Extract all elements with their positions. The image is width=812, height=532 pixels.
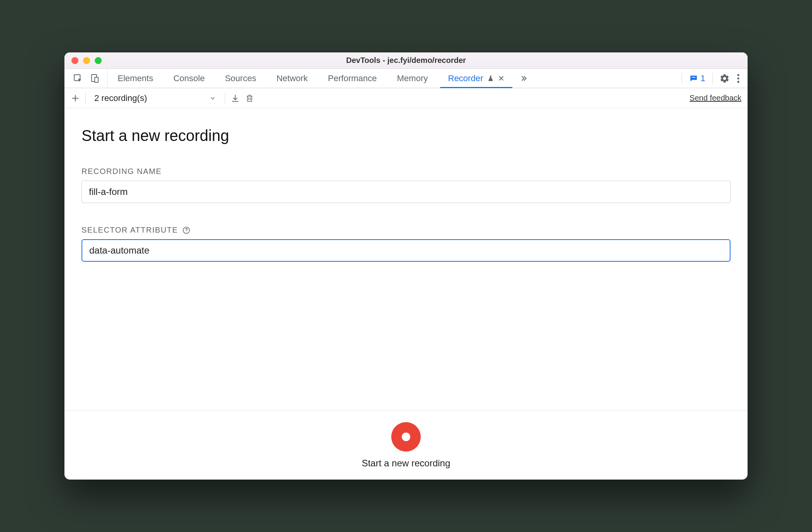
svg-point-4 bbox=[737, 74, 739, 76]
delete-trash-icon[interactable] bbox=[245, 94, 254, 103]
traffic-lights bbox=[64, 57, 102, 64]
help-icon[interactable] bbox=[182, 226, 191, 235]
svg-rect-7 bbox=[247, 96, 252, 101]
divider bbox=[682, 73, 682, 84]
tabstrip: Elements Console Sources Network Perform… bbox=[64, 69, 748, 88]
tab-elements[interactable]: Elements bbox=[108, 69, 163, 88]
tab-label: Recorder bbox=[448, 73, 483, 83]
svg-point-5 bbox=[737, 77, 739, 79]
zoom-window-button[interactable] bbox=[95, 57, 102, 64]
close-tab-icon[interactable]: ✕ bbox=[498, 74, 505, 83]
issues-icon bbox=[689, 74, 698, 83]
divider bbox=[712, 73, 713, 84]
settings-gear-icon[interactable] bbox=[720, 73, 730, 83]
label-text: RECORDING NAME bbox=[82, 167, 162, 176]
svg-point-6 bbox=[737, 81, 739, 83]
divider bbox=[85, 93, 86, 104]
issues-count: 1 bbox=[701, 73, 705, 83]
recording-name-field: RECORDING NAME bbox=[82, 167, 730, 203]
tab-label: Elements bbox=[118, 73, 153, 83]
chevron-down-icon bbox=[209, 95, 216, 102]
tab-label: Performance bbox=[328, 73, 377, 83]
inspect-element-icon[interactable] bbox=[73, 73, 83, 83]
more-vert-icon[interactable] bbox=[737, 73, 740, 83]
tab-label: Network bbox=[276, 73, 308, 83]
device-toolbar-icon[interactable] bbox=[90, 73, 99, 83]
tab-network[interactable]: Network bbox=[266, 69, 318, 88]
recordings-dropdown[interactable]: 2 recording(s) bbox=[91, 92, 219, 105]
svg-point-9 bbox=[186, 231, 187, 232]
chevron-double-right-icon bbox=[519, 74, 528, 83]
recorder-toolbar: 2 recording(s) Send feedback bbox=[64, 88, 748, 108]
devtools-window: DevTools - jec.fyi/demo/recorder Element… bbox=[64, 52, 748, 480]
recorder-content: Start a new recording RECORDING NAME SEL… bbox=[64, 108, 748, 410]
svg-rect-2 bbox=[95, 77, 98, 82]
selector-attribute-label: SELECTOR ATTRIBUTE bbox=[82, 226, 730, 235]
export-download-icon[interactable] bbox=[231, 94, 240, 103]
selector-attribute-input[interactable] bbox=[82, 239, 730, 262]
minimize-window-button[interactable] bbox=[83, 57, 90, 64]
divider bbox=[225, 93, 225, 104]
window-title: DevTools - jec.fyi/demo/recorder bbox=[64, 56, 748, 65]
send-feedback-link[interactable]: Send feedback bbox=[690, 94, 741, 103]
selector-attribute-field: SELECTOR ATTRIBUTE bbox=[82, 226, 730, 262]
tab-performance[interactable]: Performance bbox=[318, 69, 387, 88]
dropdown-label: 2 recording(s) bbox=[94, 93, 147, 103]
recording-name-input[interactable] bbox=[82, 181, 730, 203]
record-dot-icon bbox=[402, 433, 410, 441]
new-recording-icon[interactable] bbox=[71, 94, 80, 103]
panel-tabs: Elements Console Sources Network Perform… bbox=[108, 69, 533, 88]
titlebar: DevTools - jec.fyi/demo/recorder bbox=[64, 52, 748, 69]
tab-console[interactable]: Console bbox=[163, 69, 215, 88]
tab-sources[interactable]: Sources bbox=[215, 69, 266, 88]
close-window-button[interactable] bbox=[71, 57, 78, 64]
start-recording-button[interactable] bbox=[391, 422, 421, 452]
tab-label: Sources bbox=[225, 73, 256, 83]
page-title: Start a new recording bbox=[82, 127, 730, 144]
tab-recorder[interactable]: Recorder ✕ bbox=[438, 69, 514, 88]
tab-label: Memory bbox=[397, 73, 428, 83]
tab-memory[interactable]: Memory bbox=[387, 69, 438, 88]
recording-name-label: RECORDING NAME bbox=[82, 167, 730, 176]
issues-button[interactable]: 1 bbox=[689, 73, 705, 83]
tab-label: Console bbox=[174, 73, 205, 83]
label-text: SELECTOR ATTRIBUTE bbox=[82, 226, 178, 235]
more-tabs-button[interactable] bbox=[515, 69, 533, 88]
recorder-footer: Start a new recording bbox=[64, 410, 748, 480]
svg-rect-3 bbox=[692, 77, 695, 78]
start-recording-label: Start a new recording bbox=[362, 458, 450, 469]
experiment-flask-icon bbox=[487, 75, 494, 82]
